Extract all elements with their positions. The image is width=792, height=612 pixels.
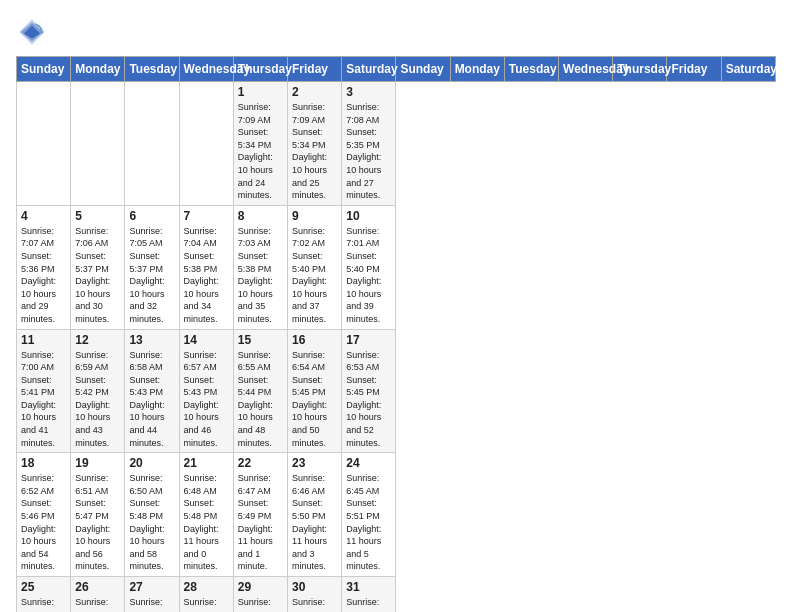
col-header-thursday: Thursday — [613, 57, 667, 82]
day-info: Sunrise: 7:05 AM Sunset: 5:37 PM Dayligh… — [129, 225, 174, 326]
day-info: Sunrise: 7:00 AM Sunset: 5:41 PM Dayligh… — [21, 349, 66, 450]
day-number: 25 — [21, 580, 66, 594]
week-row-5: 25Sunrise: 6:43 AM Sunset: 5:51 PM Dayli… — [17, 577, 776, 613]
day-cell: 13Sunrise: 6:58 AM Sunset: 5:43 PM Dayli… — [125, 329, 179, 453]
day-number: 5 — [75, 209, 120, 223]
day-cell: 16Sunrise: 6:54 AM Sunset: 5:45 PM Dayli… — [288, 329, 342, 453]
day-info: Sunrise: 6:58 AM Sunset: 5:43 PM Dayligh… — [129, 349, 174, 450]
day-cell: 27Sunrise: 6:41 AM Sunset: 5:53 PM Dayli… — [125, 577, 179, 613]
day-info: Sunrise: 6:35 AM Sunset: 5:56 PM Dayligh… — [346, 596, 391, 612]
day-cell: 31Sunrise: 6:35 AM Sunset: 5:56 PM Dayli… — [342, 577, 396, 613]
day-cell: 28Sunrise: 6:39 AM Sunset: 5:53 PM Dayli… — [179, 577, 233, 613]
day-cell: 2Sunrise: 7:09 AM Sunset: 5:34 PM Daylig… — [288, 82, 342, 206]
day-cell: 23Sunrise: 6:46 AM Sunset: 5:50 PM Dayli… — [288, 453, 342, 577]
day-info: Sunrise: 7:07 AM Sunset: 5:36 PM Dayligh… — [21, 225, 66, 326]
day-number: 14 — [184, 333, 229, 347]
day-number: 17 — [346, 333, 391, 347]
day-cell: 11Sunrise: 7:00 AM Sunset: 5:41 PM Dayli… — [17, 329, 71, 453]
day-cell: 17Sunrise: 6:53 AM Sunset: 5:45 PM Dayli… — [342, 329, 396, 453]
day-cell: 15Sunrise: 6:55 AM Sunset: 5:44 PM Dayli… — [233, 329, 287, 453]
day-info: Sunrise: 7:08 AM Sunset: 5:35 PM Dayligh… — [346, 101, 391, 202]
day-cell: 21Sunrise: 6:48 AM Sunset: 5:48 PM Dayli… — [179, 453, 233, 577]
day-cell: 8Sunrise: 7:03 AM Sunset: 5:38 PM Daylig… — [233, 205, 287, 329]
day-cell: 1Sunrise: 7:09 AM Sunset: 5:34 PM Daylig… — [233, 82, 287, 206]
day-cell: 9Sunrise: 7:02 AM Sunset: 5:40 PM Daylig… — [288, 205, 342, 329]
day-number: 6 — [129, 209, 174, 223]
header-thursday: Thursday — [233, 57, 287, 82]
day-cell — [179, 82, 233, 206]
day-number: 20 — [129, 456, 174, 470]
day-number: 4 — [21, 209, 66, 223]
day-number: 21 — [184, 456, 229, 470]
col-header-sunday: Sunday — [396, 57, 450, 82]
day-cell: 19Sunrise: 6:51 AM Sunset: 5:47 PM Dayli… — [71, 453, 125, 577]
day-number: 22 — [238, 456, 283, 470]
day-number: 16 — [292, 333, 337, 347]
day-number: 15 — [238, 333, 283, 347]
day-number: 1 — [238, 85, 283, 99]
header-tuesday: Tuesday — [125, 57, 179, 82]
week-row-3: 11Sunrise: 7:00 AM Sunset: 5:41 PM Dayli… — [17, 329, 776, 453]
day-cell — [71, 82, 125, 206]
day-info: Sunrise: 6:46 AM Sunset: 5:50 PM Dayligh… — [292, 472, 337, 573]
page-header — [16, 16, 776, 48]
day-number: 13 — [129, 333, 174, 347]
col-header-monday: Monday — [450, 57, 504, 82]
day-cell: 30Sunrise: 6:37 AM Sunset: 5:55 PM Dayli… — [288, 577, 342, 613]
header-wednesday: Wednesday — [179, 57, 233, 82]
day-info: Sunrise: 6:47 AM Sunset: 5:49 PM Dayligh… — [238, 472, 283, 573]
day-info: Sunrise: 7:09 AM Sunset: 5:34 PM Dayligh… — [238, 101, 283, 202]
day-info: Sunrise: 6:41 AM Sunset: 5:53 PM Dayligh… — [129, 596, 174, 612]
day-info: Sunrise: 6:42 AM Sunset: 5:52 PM Dayligh… — [75, 596, 120, 612]
day-number: 18 — [21, 456, 66, 470]
day-info: Sunrise: 6:57 AM Sunset: 5:43 PM Dayligh… — [184, 349, 229, 450]
day-cell: 6Sunrise: 7:05 AM Sunset: 5:37 PM Daylig… — [125, 205, 179, 329]
day-cell: 24Sunrise: 6:45 AM Sunset: 5:51 PM Dayli… — [342, 453, 396, 577]
day-cell: 22Sunrise: 6:47 AM Sunset: 5:49 PM Dayli… — [233, 453, 287, 577]
day-number: 27 — [129, 580, 174, 594]
calendar-table: SundayMondayTuesdayWednesdayThursdayFrid… — [16, 56, 776, 612]
day-info: Sunrise: 7:03 AM Sunset: 5:38 PM Dayligh… — [238, 225, 283, 326]
day-cell: 4Sunrise: 7:07 AM Sunset: 5:36 PM Daylig… — [17, 205, 71, 329]
day-number: 12 — [75, 333, 120, 347]
day-number: 28 — [184, 580, 229, 594]
header-saturday: Saturday — [342, 57, 396, 82]
col-header-saturday: Saturday — [721, 57, 775, 82]
day-cell: 20Sunrise: 6:50 AM Sunset: 5:48 PM Dayli… — [125, 453, 179, 577]
day-info: Sunrise: 6:48 AM Sunset: 5:48 PM Dayligh… — [184, 472, 229, 573]
day-info: Sunrise: 7:06 AM Sunset: 5:37 PM Dayligh… — [75, 225, 120, 326]
day-number: 7 — [184, 209, 229, 223]
day-info: Sunrise: 6:45 AM Sunset: 5:51 PM Dayligh… — [346, 472, 391, 573]
day-cell — [17, 82, 71, 206]
day-number: 3 — [346, 85, 391, 99]
day-info: Sunrise: 6:43 AM Sunset: 5:51 PM Dayligh… — [21, 596, 66, 612]
day-info: Sunrise: 6:51 AM Sunset: 5:47 PM Dayligh… — [75, 472, 120, 573]
day-info: Sunrise: 6:52 AM Sunset: 5:46 PM Dayligh… — [21, 472, 66, 573]
day-cell: 5Sunrise: 7:06 AM Sunset: 5:37 PM Daylig… — [71, 205, 125, 329]
header-monday: Monday — [71, 57, 125, 82]
day-info: Sunrise: 7:02 AM Sunset: 5:40 PM Dayligh… — [292, 225, 337, 326]
day-info: Sunrise: 6:54 AM Sunset: 5:45 PM Dayligh… — [292, 349, 337, 450]
day-info: Sunrise: 6:53 AM Sunset: 5:45 PM Dayligh… — [346, 349, 391, 450]
day-number: 24 — [346, 456, 391, 470]
col-header-tuesday: Tuesday — [504, 57, 558, 82]
day-number: 9 — [292, 209, 337, 223]
day-info: Sunrise: 7:09 AM Sunset: 5:34 PM Dayligh… — [292, 101, 337, 202]
day-number: 26 — [75, 580, 120, 594]
day-cell: 3Sunrise: 7:08 AM Sunset: 5:35 PM Daylig… — [342, 82, 396, 206]
day-number: 8 — [238, 209, 283, 223]
day-number: 2 — [292, 85, 337, 99]
day-cell: 7Sunrise: 7:04 AM Sunset: 5:38 PM Daylig… — [179, 205, 233, 329]
col-header-friday: Friday — [667, 57, 721, 82]
logo-icon — [16, 16, 48, 48]
day-cell: 26Sunrise: 6:42 AM Sunset: 5:52 PM Dayli… — [71, 577, 125, 613]
day-info: Sunrise: 6:39 AM Sunset: 5:53 PM Dayligh… — [184, 596, 229, 612]
day-number: 30 — [292, 580, 337, 594]
day-cell: 25Sunrise: 6:43 AM Sunset: 5:51 PM Dayli… — [17, 577, 71, 613]
day-number: 10 — [346, 209, 391, 223]
day-info: Sunrise: 6:55 AM Sunset: 5:44 PM Dayligh… — [238, 349, 283, 450]
day-number: 11 — [21, 333, 66, 347]
col-header-wednesday: Wednesday — [559, 57, 613, 82]
day-info: Sunrise: 7:01 AM Sunset: 5:40 PM Dayligh… — [346, 225, 391, 326]
header-friday: Friday — [288, 57, 342, 82]
